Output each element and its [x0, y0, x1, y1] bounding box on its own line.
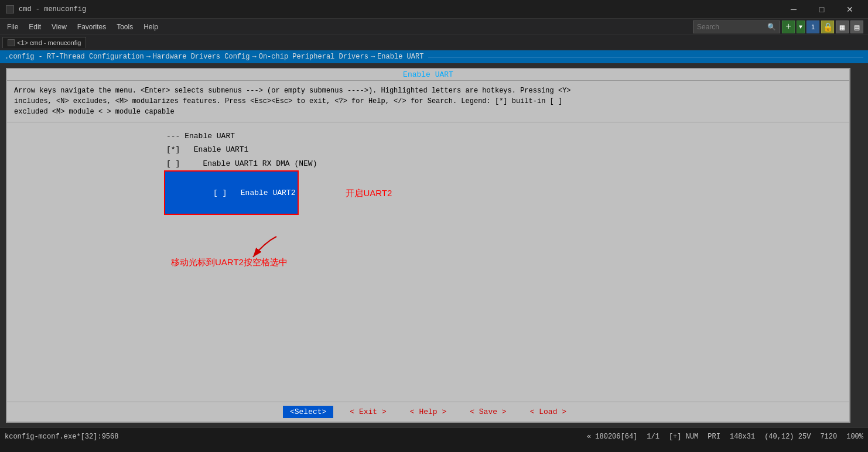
app-icon	[5, 4, 15, 15]
title-bar: cmd - menuconfig ─ □ ✕	[0, 0, 868, 19]
exit-button[interactable]: < Exit >	[343, 406, 393, 418]
menu-line-3: [ ] Enable UART2 开启UART2	[14, 170, 842, 215]
status-version: « 180206[64]	[587, 433, 637, 441]
info-line3: excluded <M> module < > module capable	[14, 107, 842, 117]
help-button[interactable]: < Help >	[403, 406, 453, 418]
lock-icon-button[interactable]: 🔒	[821, 20, 834, 33]
menu-view[interactable]: View	[47, 21, 71, 33]
tab-icon	[8, 39, 15, 46]
select-button[interactable]: <Select>	[283, 406, 333, 418]
search-icon: 🔍	[767, 23, 776, 32]
search-box: 🔍	[693, 20, 780, 33]
menu-line-2: [ ] Enable UART1 RX DMA (NEW)	[14, 157, 842, 170]
menu-line-2-text: [ ] Enable UART1 RX DMA (NEW)	[166, 157, 317, 170]
main-content: Enable UART Arrow keys navigate the menu…	[0, 63, 868, 427]
menu-bar: File Edit View Favorites Tools Help 🔍 + …	[0, 19, 868, 35]
save-button[interactable]: < Save >	[463, 406, 513, 418]
info-line1: Arrow keys navigate the menu. <Enter> se…	[14, 85, 842, 96]
tab-label: <1> cmd - menuconfig	[17, 39, 81, 46]
tab-cmd-menuconfig[interactable]: <1> cmd - menuconfig	[2, 37, 86, 48]
terminal-buttons: <Select> < Exit > < Help > < Save > < Lo…	[7, 402, 849, 422]
status-page: 1/1	[647, 433, 659, 441]
terminal-menu-area: --- Enable UART [*] Enable UART1 [ ] Ena…	[7, 122, 849, 402]
terminal-window: Enable UART Arrow keys navigate the menu…	[6, 68, 850, 423]
menu-line-1: [*] Enable UART1	[14, 143, 842, 156]
breadcrumb-onchip: On-chip Peripheral Drivers	[259, 53, 368, 61]
breadcrumb-sep3: →	[371, 53, 375, 61]
menu-file[interactable]: File	[2, 21, 23, 33]
title-bar-controls: ─ □ ✕	[780, 1, 863, 18]
maximize-button[interactable]: □	[808, 1, 835, 18]
breadcrumb-bar: .config - RT-Thread Configuration → Hard…	[0, 50, 868, 63]
terminal-window-title: Enable UART	[7, 69, 849, 81]
breadcrumb-hw: Hardware Drivers Config	[153, 53, 250, 61]
breadcrumb-config: .config - RT-Thread Configuration	[5, 53, 144, 61]
breadcrumb-sep2: →	[252, 53, 256, 61]
status-bar: kconfig-mconf.exe*[32]:9568 « 180206[64]…	[0, 427, 868, 445]
status-zoom: 100%	[846, 433, 863, 441]
load-button[interactable]: < Load >	[523, 406, 573, 418]
status-size: 148x31	[730, 433, 755, 441]
minimize-button[interactable]: ─	[780, 1, 807, 18]
annotation-enable-uart2: 开启UART2	[346, 185, 392, 201]
status-left: kconfig-mconf.exe*[32]:9568	[5, 433, 118, 441]
terminal-info: Arrow keys navigate the menu. <Enter> se…	[7, 81, 849, 122]
title-bar-left: cmd - menuconfig	[5, 4, 86, 15]
add-icon-button[interactable]: +	[782, 20, 795, 33]
status-num2: 7120	[820, 433, 837, 441]
annotation-move-cursor: 移动光标到UART2按空格选中	[171, 257, 288, 268]
window-title: cmd - menuconfig	[19, 5, 86, 13]
breadcrumb-sep1: →	[146, 53, 151, 61]
breadcrumb-uart: Enable UART	[377, 53, 423, 61]
menu-edit[interactable]: Edit	[24, 21, 46, 33]
num-icon-button[interactable]: 1	[807, 20, 819, 33]
status-num: [+] NUM	[669, 433, 698, 441]
menu-help[interactable]: Help	[139, 21, 163, 33]
status-pos: (40,12) 25V	[764, 433, 811, 441]
menu-line-0: --- Enable UART	[14, 129, 842, 143]
grid-icon-button[interactable]: ▦	[836, 20, 849, 33]
dropdown-icon-button[interactable]: ▼	[797, 20, 805, 33]
menu-line-0-text: --- Enable UART	[166, 129, 235, 143]
status-pri: PRI	[708, 433, 720, 441]
menu-tools[interactable]: Tools	[112, 21, 138, 33]
close-button[interactable]: ✕	[836, 1, 863, 18]
info-line2: includes, <N> excludes, <M> modularizes …	[14, 96, 842, 107]
menu-favorites[interactable]: Favorites	[73, 21, 111, 33]
tab-bar: <1> cmd - menuconfig	[0, 35, 868, 50]
search-input[interactable]	[697, 23, 767, 31]
grid2-icon-button[interactable]: ▤	[850, 20, 863, 33]
status-right: « 180206[64] 1/1 [+] NUM PRI 148x31 (40,…	[587, 433, 863, 441]
menu-line-3-highlighted: [ ] Enable UART2	[164, 170, 299, 215]
menu-line-1-text: [*] Enable UART1	[166, 143, 248, 156]
